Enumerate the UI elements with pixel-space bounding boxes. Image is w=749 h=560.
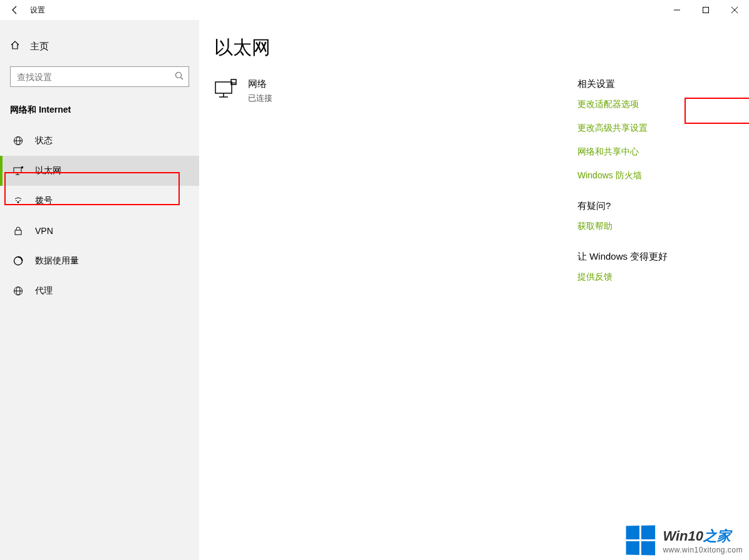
- svg-point-13: [18, 201, 19, 203]
- page-title: 以太网: [214, 35, 734, 61]
- sidebar: 主页 网络和 Internet 状态 以太网: [0, 20, 199, 560]
- link-network-sharing-center[interactable]: 网络和共享中心: [577, 146, 734, 158]
- sidebar-item-label: 代理: [35, 285, 53, 297]
- sidebar-item-label: 拨号: [35, 195, 53, 206]
- feedback-heading: 让 Windows 变得更好: [577, 251, 734, 263]
- watermark: Win10之家 www.win10xitong.com: [626, 526, 743, 555]
- link-windows-firewall[interactable]: Windows 防火墙: [577, 170, 734, 181]
- feedback-group: 让 Windows 变得更好 提供反馈: [577, 251, 734, 283]
- arrow-left-icon: [10, 5, 20, 15]
- sidebar-item-label: 以太网: [35, 165, 61, 176]
- close-button[interactable]: [720, 0, 749, 20]
- data-usage-icon: [13, 255, 24, 267]
- sidebar-item-label: 状态: [35, 135, 53, 146]
- search-input[interactable]: [11, 67, 170, 86]
- monitor-network-icon: [214, 78, 237, 101]
- maximize-button[interactable]: [691, 0, 720, 20]
- main-content: 以太网: [199, 20, 749, 560]
- sidebar-item-status[interactable]: 状态: [0, 126, 199, 156]
- home-icon: [10, 40, 20, 53]
- related-settings-group: 相关设置 更改适配器选项 更改高级共享设置 网络和共享中心 Windows 防火…: [577, 78, 734, 181]
- maximize-icon: [703, 7, 709, 13]
- search-icon: [175, 71, 183, 83]
- globe-icon: [13, 135, 24, 146]
- dialup-icon: [13, 195, 24, 206]
- titlebar: 设置: [0, 0, 749, 20]
- network-status: 已连接: [248, 93, 272, 104]
- sidebar-item-vpn[interactable]: VPN: [0, 216, 199, 246]
- sidebar-item-ethernet[interactable]: 以太网: [0, 156, 199, 186]
- window-controls: [663, 0, 749, 20]
- proxy-icon: [13, 285, 24, 297]
- watermark-url: www.win10xitong.com: [663, 546, 743, 554]
- link-advanced-sharing[interactable]: 更改高级共享设置: [577, 123, 734, 134]
- sidebar-item-dialup[interactable]: 拨号: [0, 186, 199, 216]
- sidebar-home[interactable]: 主页: [0, 34, 199, 59]
- help-heading: 有疑问?: [577, 200, 734, 212]
- svg-point-17: [19, 200, 21, 201]
- watermark-brand: Win10之家: [663, 527, 743, 546]
- sidebar-item-proxy[interactable]: 代理: [0, 276, 199, 306]
- minimize-icon: [674, 7, 680, 13]
- svg-point-16: [16, 200, 17, 201]
- minimize-button[interactable]: [663, 0, 691, 20]
- vpn-icon: [13, 225, 24, 237]
- svg-line-5: [181, 77, 183, 79]
- network-name: 网络: [248, 78, 272, 90]
- network-entry[interactable]: 网络 已连接: [214, 78, 540, 104]
- windows-logo-icon: [626, 526, 656, 556]
- link-adapter-options[interactable]: 更改适配器选项: [577, 99, 734, 110]
- svg-rect-9: [14, 168, 21, 173]
- svg-rect-1: [703, 8, 709, 13]
- help-group: 有疑问? 获取帮助: [577, 200, 734, 232]
- ethernet-icon: [13, 165, 24, 176]
- sidebar-item-data-usage[interactable]: 数据使用量: [0, 246, 199, 276]
- link-give-feedback[interactable]: 提供反馈: [577, 272, 734, 283]
- sidebar-section-title: 网络和 Internet: [0, 87, 199, 126]
- related-settings-heading: 相关设置: [577, 78, 734, 90]
- sidebar-home-label: 主页: [30, 41, 49, 53]
- sidebar-item-label: VPN: [35, 226, 53, 236]
- svg-rect-18: [15, 230, 21, 235]
- back-button[interactable]: [0, 0, 30, 20]
- link-get-help[interactable]: 获取帮助: [577, 221, 734, 232]
- sidebar-item-label: 数据使用量: [35, 255, 79, 267]
- close-icon: [731, 7, 738, 13]
- svg-rect-12: [21, 166, 23, 168]
- window-title: 设置: [30, 5, 45, 16]
- search-box[interactable]: [10, 66, 189, 87]
- svg-point-4: [176, 72, 182, 78]
- svg-rect-23: [215, 82, 232, 93]
